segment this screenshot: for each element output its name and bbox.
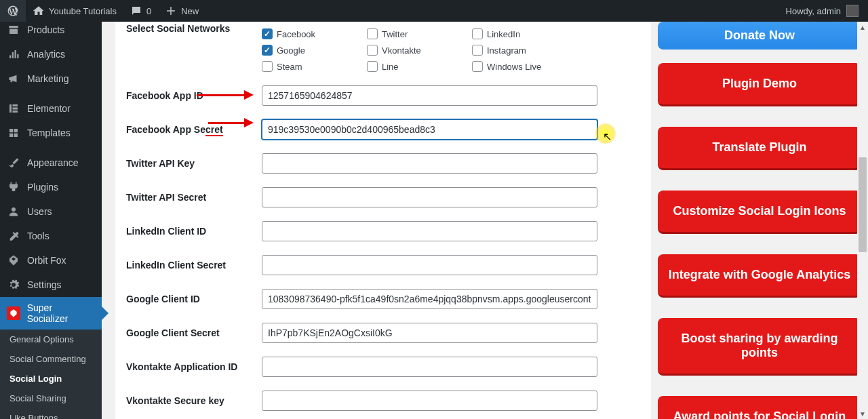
google-client-secret-input[interactable] [262,323,597,343]
field-label: LinkedIn Client ID [126,214,262,248]
checkbox-icon [367,45,378,56]
sidebar-item-tools[interactable]: Tools [0,224,102,248]
network-checkbox-twitter[interactable]: Twitter [367,28,472,39]
scrollbar[interactable]: ▲ ▼ [857,22,868,419]
sidebar-label: Orbit Fox [27,255,66,266]
comment-count: 0 [146,6,151,16]
scroll-down-icon[interactable]: ▼ [857,408,868,419]
admin-bar: Youtube Tutorials 0 New Howdy, admin [0,0,868,22]
home-icon [33,5,45,17]
admin-sidebar: Products Analytics Marketing Elementor T… [0,22,102,419]
submenu-social-login[interactable]: Social Login [0,369,102,388]
wordpress-icon [7,5,19,17]
network-checkbox-linkedin[interactable]: LinkedIn [472,28,577,39]
checkbox-icon [472,61,483,72]
facebook-app-id-input[interactable] [262,85,597,106]
sidebar-item-users[interactable]: Users [0,199,102,224]
field-label: LinkedIn Client Secret [126,248,262,282]
network-checkbox-facebook[interactable]: Facebook [262,28,367,39]
submenu-like-buttons[interactable]: Like Buttons [0,408,102,419]
vkontakte-secure-key-input[interactable] [262,391,597,411]
comments-link[interactable]: 0 [123,0,158,22]
network-checkbox-steam[interactable]: Steam [262,61,367,72]
field-label: Google Client ID [126,282,262,316]
supersoc-icon [7,306,20,320]
megaphone-icon [7,72,20,85]
submenu-general-options[interactable]: General Options [0,330,102,349]
network-checkbox-windows-live[interactable]: Windows Live [472,61,577,72]
plus-icon [165,5,177,17]
promo-button-integrate-with-google-analytics[interactable]: Integrate with Google Analytics [658,254,861,298]
sidebar-label: Plugins [27,182,58,193]
sidebar-label: Tools [27,231,50,241]
network-checkbox-instagram[interactable]: Instagram [472,45,577,56]
checkbox-icon [262,61,273,72]
sidebar-item-settings[interactable]: Settings [0,273,102,297]
twitter-api-key-input[interactable] [262,153,597,174]
checkbox-icon [262,45,273,56]
promo-panel: Donate Now Plugin DemoTranslate PluginCu… [658,22,868,419]
promo-button-plugin-demo[interactable]: Plugin Demo [658,63,861,106]
submenu: General Options Social Commenting Social… [0,330,102,419]
sidebar-item-elementor[interactable]: Elementor [0,96,102,121]
sidebar-item-templates[interactable]: Templates [0,121,102,145]
scroll-thumb[interactable] [859,157,867,252]
bars-icon [7,47,20,61]
promo-button-boost-sharing-by-awarding-points[interactable]: Boost sharing by awarding points [658,318,861,376]
google-client-id-input[interactable] [262,289,597,309]
network-label: Line [382,62,399,72]
network-label: Vkontakte [382,45,421,56]
sidebar-label: Super Socializer [27,302,95,324]
network-checkbox-google[interactable]: Google [262,45,367,56]
promo-button-customize-social-login-icons[interactable]: Customize Social Login Icons [658,191,861,234]
sidebar-label: Templates [27,127,71,138]
sidebar-label: Marketing [27,73,68,84]
network-label: Windows Live [487,62,541,72]
sidebar-item-appearance[interactable]: Appearance [0,151,102,175]
network-checkbox-line[interactable]: Line [367,61,472,72]
promo-button-translate-plugin[interactable]: Translate Plugin [658,127,861,170]
sidebar-label: Analytics [27,49,65,60]
account-link[interactable]: Howdy, admin [776,5,868,17]
submenu-social-commenting[interactable]: Social Commenting [0,349,102,369]
wrench-icon [7,229,20,243]
new-button[interactable]: New [158,0,205,22]
network-label: LinkedIn [487,29,520,39]
facebook-app-secret-input[interactable] [262,119,597,140]
annotation-arrow [208,118,254,127]
sidebar-item-orbitfox[interactable]: Orbit Fox [0,248,102,273]
networks-grid: FacebookTwitterLinkedInGoogleVkontakteIn… [262,28,640,72]
field-label: Twitter API Secret [126,180,262,214]
donate-button[interactable]: Donate Now [658,22,861,49]
field-label: Google Client Secret [126,316,262,350]
sidebar-item-analytics[interactable]: Analytics [0,42,102,66]
scroll-up-icon[interactable]: ▲ [857,22,868,33]
sidebar-item-plugins[interactable]: Plugins [0,175,102,199]
checkbox-icon [367,61,378,72]
checkbox-icon [367,28,378,39]
archive-icon [7,23,20,37]
sidebar-item-super-socializer[interactable]: Super Socializer [0,297,102,330]
gear-icon [7,278,20,292]
vkontakte-application-id-input[interactable] [262,357,597,377]
linkedin-client-id-input[interactable] [262,221,597,241]
new-label: New [181,6,199,16]
howdy-label: Howdy, admin [786,6,841,16]
sidebar-label: Elementor [27,103,71,114]
templates-icon [7,126,20,140]
settings-panel: Select Social Networks FacebookTwitterLi… [115,22,651,419]
wp-logo-button[interactable] [0,0,26,22]
linkedin-client-secret-input[interactable] [262,255,597,275]
checkbox-icon [472,28,483,39]
twitter-api-secret-input[interactable] [262,187,597,207]
sidebar-item-marketing[interactable]: Marketing [0,66,102,91]
submenu-social-sharing[interactable]: Social Sharing [0,388,102,408]
user-icon [7,205,20,218]
sidebar-label: Settings [27,279,62,290]
site-link[interactable]: Youtube Tutorials [26,0,123,22]
network-checkbox-vkontakte[interactable]: Vkontakte [367,45,472,56]
sidebar-label: Users [27,206,52,217]
promo-button-award-points-for-social-login[interactable]: Award points for Social Login [658,396,861,419]
sidebar-label: Appearance [27,157,79,168]
network-label: Steam [277,62,302,72]
